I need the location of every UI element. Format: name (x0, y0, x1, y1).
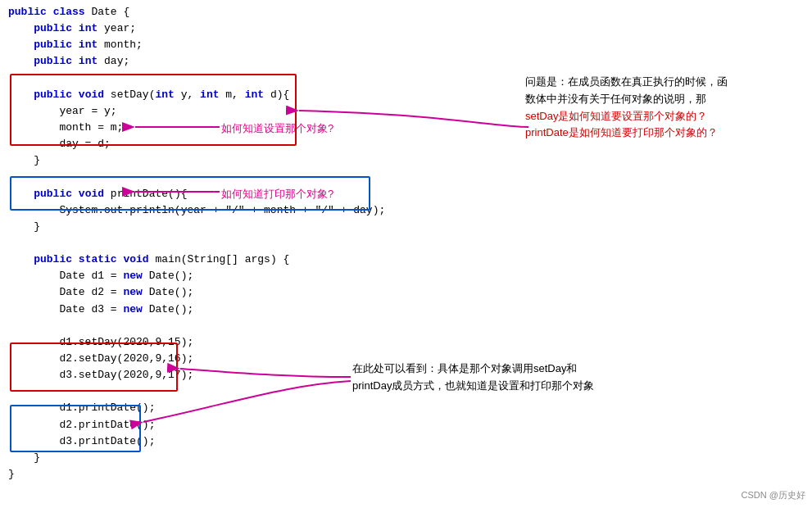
annotation-callsite: 在此处可以看到：具体是那个对象调用setDay和printDay成员方式，也就知… (352, 361, 647, 395)
main-container: public class Date { public int year; pub… (0, 0, 812, 508)
label-setday: 如何知道设置那个对象? (221, 121, 333, 136)
watermark: CSDN @历史好 (742, 489, 805, 501)
annotation-question: 问题是：在成员函数在真正执行的时候，函数体中并没有关于任何对象的说明，那setD… (525, 74, 804, 142)
printdate-calls-box (10, 405, 141, 452)
setday-calls-box (10, 342, 178, 392)
label-printdate: 如何知道打印那个对象? (221, 187, 333, 202)
